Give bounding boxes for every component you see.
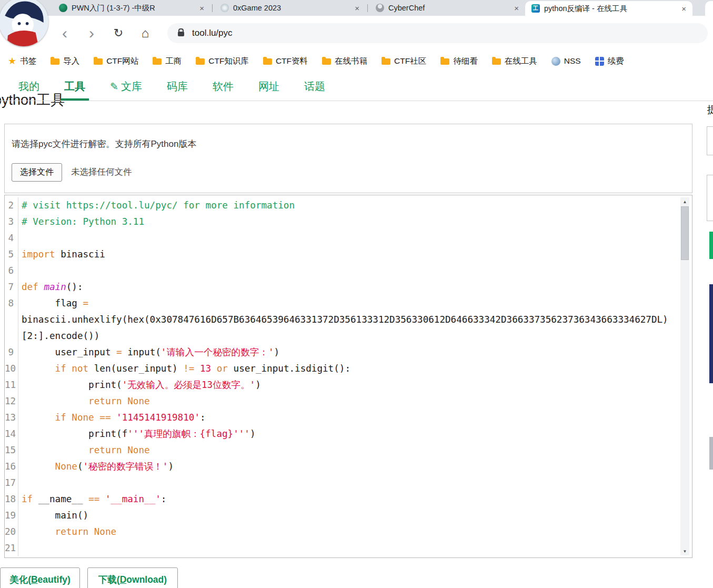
- partial-next-tab[interactable]: [705, 1, 713, 16]
- bookmark-item[interactable]: 待细看: [440, 56, 478, 67]
- code-line: 18if __name__ == '__main__':: [5, 491, 692, 507]
- right-sidebar-sliver: [709, 232, 713, 259]
- upload-hint: 请选择pyc文件进行解密。支持所有Python版本: [12, 138, 196, 150]
- bookmark-label: 续费: [608, 56, 624, 67]
- tool-lu-favicon-icon: 工: [531, 4, 540, 13]
- scroll-up-icon[interactable]: ▲: [680, 197, 689, 206]
- site-nav-item[interactable]: ✎文库: [110, 79, 142, 94]
- line-text: [22, 230, 676, 246]
- bookmark-item[interactable]: 续费: [595, 56, 624, 67]
- bookmark-label: CTF知识库: [208, 56, 249, 67]
- tab-title: python反编译 - 在线工具: [544, 4, 674, 14]
- code-line: 12 return None: [5, 393, 692, 410]
- grid-icon: [595, 57, 604, 66]
- site-nav-label: 文库: [121, 79, 142, 94]
- bookmark-item[interactable]: 工商: [153, 56, 182, 67]
- tab-python-decompile-active[interactable]: 工 python反编译 - 在线工具 ×: [525, 1, 692, 16]
- download-button[interactable]: 下载(Download): [87, 567, 178, 588]
- site-nav-label: 工具: [64, 79, 85, 94]
- tab-cyberchef[interactable]: CyberChef ×: [369, 0, 525, 16]
- code-lines: 2# visit https://tool.lu/pyc/ for more i…: [5, 195, 692, 556]
- code-line: 13 if None == '1145141919810':: [5, 410, 692, 426]
- tab-strip: PWN入门 (1-3-7) -中级R × 0xGame 2023 × Cyber…: [0, 0, 713, 16]
- line-number: 4: [5, 230, 18, 246]
- pwn-favicon-icon: [59, 4, 67, 12]
- url-text: tool.lu/pyc: [192, 28, 233, 38]
- line-text: [22, 263, 676, 279]
- line-text: main(): [22, 507, 676, 524]
- download-label-end: ownload): [126, 574, 167, 585]
- close-icon[interactable]: ×: [678, 4, 689, 13]
- code-line: 4: [5, 230, 692, 246]
- home-button[interactable]: ⌂: [136, 24, 154, 42]
- feedback-side-tab[interactable]: 提: [707, 103, 713, 118]
- line-text: return None: [22, 393, 676, 410]
- code-line: 20 return None: [5, 524, 692, 540]
- code-line: 19 main(): [5, 507, 692, 524]
- pen-icon: ✎: [110, 81, 118, 93]
- browser-toolbar: ‹ › ↻ ⌂ tool.lu/pyc: [0, 16, 713, 50]
- line-number: 20: [5, 524, 18, 540]
- download-accesskey: D: [120, 574, 127, 585]
- bookmark-item[interactable]: CTF资料: [263, 56, 308, 67]
- right-sidebar-sliver: [707, 126, 713, 155]
- bookmark-label: 书签: [20, 56, 36, 67]
- line-number: 12: [5, 393, 18, 410]
- tab-separator: [367, 4, 368, 12]
- line-number: 15: [5, 442, 18, 459]
- download-label: 下载(: [98, 573, 120, 586]
- line-text: None('秘密的数字错误！'): [22, 459, 676, 475]
- reload-icon: ↻: [114, 26, 123, 40]
- tab-0xgame[interactable]: 0xGame 2023 ×: [214, 0, 366, 16]
- bookmark-item[interactable]: 导入: [51, 56, 79, 67]
- line-text: print(f'''真理的旗帜：{flag}'''): [22, 426, 676, 442]
- site-nav-item[interactable]: 软件: [213, 79, 234, 94]
- close-icon[interactable]: ×: [511, 4, 522, 13]
- line-number: 8: [5, 295, 18, 344]
- back-button[interactable]: ‹: [56, 24, 74, 42]
- bookmark-item[interactable]: CTF社区: [381, 56, 426, 67]
- close-icon[interactable]: ×: [196, 4, 207, 13]
- tab-pwn[interactable]: PWN入门 (1-3-7) -中级R ×: [53, 0, 210, 16]
- code-line: 6: [5, 263, 692, 279]
- line-text: if not len(user_input) != 13 or user_inp…: [22, 361, 676, 377]
- beautify-accesskey: B: [31, 574, 38, 585]
- code-line: 17: [5, 475, 692, 491]
- bookmark-item[interactable]: 在线工具: [492, 56, 537, 67]
- no-file-text: 未选择任何文件: [71, 166, 132, 178]
- reload-button[interactable]: ↻: [109, 24, 127, 42]
- bookmark-item[interactable]: CTF知识库: [196, 56, 249, 67]
- line-text: def main():: [22, 279, 676, 295]
- right-sidebar-sliver: [707, 175, 713, 221]
- folder-icon: [322, 58, 331, 65]
- site-nav-item[interactable]: 网址: [258, 79, 279, 94]
- bookmark-item[interactable]: CTF网站: [94, 56, 138, 67]
- folder-icon: [263, 58, 272, 65]
- browser-window: PWN入门 (1-3-7) -中级R × 0xGame 2023 × Cyber…: [0, 0, 713, 588]
- bookmark-item[interactable]: ★书签: [8, 56, 36, 67]
- folder-icon: [153, 58, 162, 65]
- line-number: 7: [5, 279, 18, 295]
- scroll-down-icon[interactable]: ▼: [680, 547, 689, 555]
- bookmark-item[interactable]: 在线书籍: [322, 56, 367, 67]
- code-line: 21: [5, 540, 692, 556]
- address-bar[interactable]: tool.lu/pyc: [167, 23, 708, 43]
- code-scrollbar[interactable]: ▲ ▼: [680, 197, 689, 555]
- bookmark-label: 导入: [63, 56, 79, 67]
- code-line: 16 None('秘密的数字错误！'): [5, 459, 692, 475]
- site-nav-item[interactable]: 码库: [167, 79, 188, 94]
- scrollbar-thumb[interactable]: [681, 206, 689, 260]
- folder-icon: [94, 58, 103, 65]
- forward-button[interactable]: ›: [83, 24, 101, 42]
- close-icon[interactable]: ×: [352, 4, 363, 13]
- choose-file-button[interactable]: 选择文件: [12, 163, 62, 182]
- code-line: 15 return None: [5, 442, 692, 459]
- site-nav-item[interactable]: 话题: [304, 79, 325, 94]
- bookmark-item[interactable]: NSS: [551, 56, 581, 66]
- site-nav-item[interactable]: 我的: [18, 79, 39, 94]
- star-icon: ★: [8, 56, 16, 66]
- line-text: [22, 475, 676, 491]
- site-nav-item[interactable]: 工具: [64, 79, 85, 94]
- beautify-button[interactable]: 美化(Beautify): [0, 567, 80, 588]
- line-number: 17: [5, 475, 18, 491]
